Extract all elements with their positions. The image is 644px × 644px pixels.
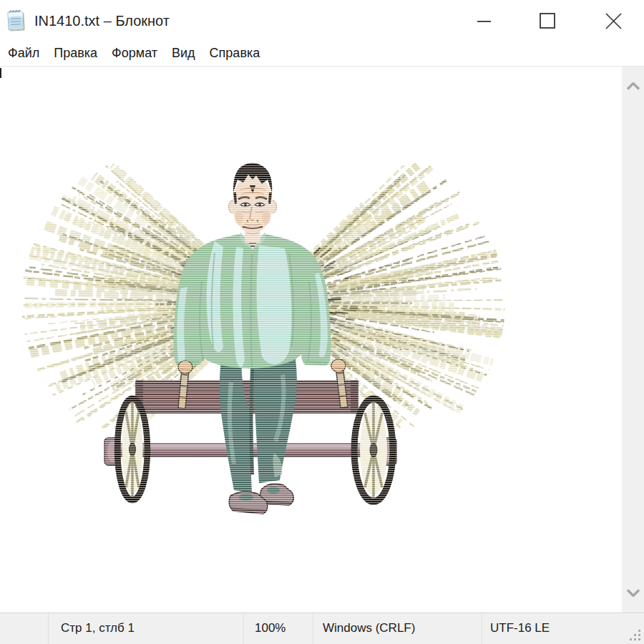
menu-file[interactable]: Файл bbox=[1, 42, 47, 66]
vertical-scrollbar[interactable] bbox=[622, 67, 644, 613]
resize-grip-icon[interactable] bbox=[626, 626, 642, 642]
status-encoding-label: UTF-16 LE bbox=[490, 621, 550, 635]
status-blank-cell bbox=[0, 613, 48, 644]
status-bar: Стр 1, стлб 1 100% Windows (CRLF) UTF-16… bbox=[0, 613, 644, 644]
status-cursor-position: Стр 1, стлб 1 bbox=[48, 613, 243, 644]
hay-cart-illustration bbox=[0, 67, 622, 613]
notepad-window: IN1410.txt – Блокнот Файл Правка Формат … bbox=[0, 0, 644, 644]
close-icon bbox=[605, 13, 622, 29]
status-line-ending: Windows (CRLF) bbox=[313, 613, 482, 644]
chevron-up-icon bbox=[627, 82, 640, 90]
menu-format[interactable]: Формат bbox=[104, 42, 165, 66]
scroll-down-button[interactable] bbox=[622, 582, 644, 604]
scroll-up-button[interactable] bbox=[622, 75, 644, 97]
maximize-icon bbox=[540, 13, 555, 29]
close-button[interactable] bbox=[600, 6, 627, 36]
title-bar: IN1410.txt – Блокнот bbox=[0, 0, 644, 42]
chevron-down-icon bbox=[627, 589, 640, 597]
menu-edit[interactable]: Правка bbox=[47, 42, 104, 66]
minimize-button[interactable] bbox=[470, 6, 497, 36]
menu-help[interactable]: Справка bbox=[203, 42, 268, 66]
menu-bar: Файл Правка Формат Вид Справка bbox=[0, 42, 644, 67]
notepad-icon bbox=[6, 9, 29, 33]
menu-view[interactable]: Вид bbox=[165, 42, 203, 66]
status-encoding: UTF-16 LE bbox=[482, 613, 644, 644]
window-title: IN1410.txt – Блокнот bbox=[34, 0, 170, 42]
maximize-button[interactable] bbox=[534, 6, 561, 36]
scanline-overlay bbox=[16, 158, 518, 530]
text-edit-area[interactable] bbox=[0, 67, 622, 613]
minimize-icon bbox=[477, 14, 491, 28]
status-zoom-level: 100% bbox=[243, 613, 313, 644]
